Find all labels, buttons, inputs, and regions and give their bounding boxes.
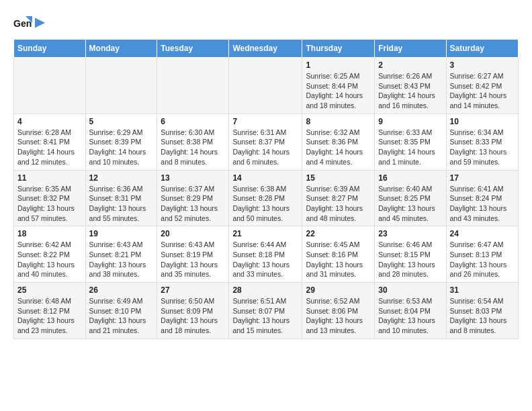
day-number: 17 [450,173,515,183]
logo-line1: ▶ [35,16,44,30]
day-info: Sunrise: 6:33 AMSunset: 8:35 PMDaylight:… [378,128,442,167]
week-row-3: 11Sunrise: 6:35 AMSunset: 8:32 PMDayligh… [14,170,519,226]
day-number: 21 [232,229,298,238]
day-cell: 24Sunrise: 6:47 AMSunset: 8:13 PMDayligh… [446,226,519,283]
column-header-friday: Friday [375,40,446,58]
day-cell: 1Sunrise: 6:25 AMSunset: 8:44 PMDaylight… [302,58,375,114]
logo-icon: Gen [13,13,32,32]
day-info: Sunrise: 6:46 AMSunset: 8:15 PMDaylight:… [378,240,442,279]
day-cell: 8Sunrise: 6:32 AMSunset: 8:36 PMDaylight… [302,113,375,170]
day-number: 5 [89,117,154,126]
day-number: 16 [378,173,442,183]
day-cell: 12Sunrise: 6:36 AMSunset: 8:31 PMDayligh… [85,170,157,226]
day-number: 25 [17,285,82,295]
day-info: Sunrise: 6:30 AMSunset: 8:38 PMDaylight:… [161,128,225,167]
day-info: Sunrise: 6:48 AMSunset: 8:12 PMDaylight:… [17,296,82,336]
day-cell [85,58,157,114]
day-number: 2 [378,60,442,70]
day-info: Sunrise: 6:51 AMSunset: 8:07 PMDaylight:… [232,296,298,336]
day-number: 7 [232,117,298,126]
day-info: Sunrise: 6:50 AMSunset: 8:09 PMDaylight:… [161,296,225,336]
day-info: Sunrise: 6:28 AMSunset: 8:41 PMDaylight:… [17,128,82,167]
calendar-table: SundayMondayTuesdayWednesdayThursdayFrid… [13,39,519,339]
day-number: 13 [161,173,225,183]
day-number: 18 [17,229,82,238]
day-number: 8 [306,117,371,126]
day-info: Sunrise: 6:47 AMSunset: 8:13 PMDaylight:… [450,240,515,279]
day-cell: 7Sunrise: 6:31 AMSunset: 8:37 PMDaylight… [229,113,302,170]
day-number: 6 [161,117,225,126]
day-info: Sunrise: 6:49 AMSunset: 8:10 PMDaylight:… [89,296,154,336]
day-info: Sunrise: 6:32 AMSunset: 8:36 PMDaylight:… [306,128,371,167]
day-cell: 27Sunrise: 6:50 AMSunset: 8:09 PMDayligh… [157,283,229,339]
day-cell: 14Sunrise: 6:38 AMSunset: 8:28 PMDayligh… [229,170,302,226]
day-info: Sunrise: 6:42 AMSunset: 8:22 PMDaylight:… [17,240,82,279]
day-cell: 11Sunrise: 6:35 AMSunset: 8:32 PMDayligh… [14,170,86,226]
day-info: Sunrise: 6:25 AMSunset: 8:44 PMDaylight:… [306,71,371,111]
day-number: 29 [306,285,371,295]
day-cell: 20Sunrise: 6:43 AMSunset: 8:19 PMDayligh… [157,226,229,283]
day-number: 10 [450,117,515,126]
week-row-2: 4Sunrise: 6:28 AMSunset: 8:41 PMDaylight… [14,113,519,170]
page-header: Gen ▶ [13,13,519,32]
day-number: 22 [306,229,371,238]
day-cell [157,58,229,114]
day-cell: 19Sunrise: 6:43 AMSunset: 8:21 PMDayligh… [85,226,157,283]
day-cell: 6Sunrise: 6:30 AMSunset: 8:38 PMDaylight… [157,113,229,170]
day-info: Sunrise: 6:26 AMSunset: 8:43 PMDaylight:… [378,71,442,111]
day-info: Sunrise: 6:27 AMSunset: 8:42 PMDaylight:… [450,71,515,111]
logo: Gen ▶ [13,13,44,32]
day-cell: 18Sunrise: 6:42 AMSunset: 8:22 PMDayligh… [14,226,86,283]
day-number: 4 [17,117,82,126]
day-cell: 9Sunrise: 6:33 AMSunset: 8:35 PMDaylight… [375,113,446,170]
calendar-header-row: SundayMondayTuesdayWednesdayThursdayFrid… [14,40,519,58]
day-cell: 13Sunrise: 6:37 AMSunset: 8:29 PMDayligh… [157,170,229,226]
column-header-monday: Monday [85,40,157,58]
day-cell [229,58,302,114]
column-header-thursday: Thursday [302,40,375,58]
day-info: Sunrise: 6:44 AMSunset: 8:18 PMDaylight:… [232,240,298,279]
day-cell: 17Sunrise: 6:41 AMSunset: 8:24 PMDayligh… [446,170,519,226]
day-cell: 29Sunrise: 6:52 AMSunset: 8:06 PMDayligh… [302,283,375,339]
day-number: 20 [161,229,225,238]
day-info: Sunrise: 6:37 AMSunset: 8:29 PMDaylight:… [161,184,225,224]
column-header-wednesday: Wednesday [229,40,302,58]
day-info: Sunrise: 6:40 AMSunset: 8:25 PMDaylight:… [378,184,442,224]
day-cell: 15Sunrise: 6:39 AMSunset: 8:27 PMDayligh… [302,170,375,226]
day-info: Sunrise: 6:31 AMSunset: 8:37 PMDaylight:… [232,128,298,167]
day-info: Sunrise: 6:43 AMSunset: 8:21 PMDaylight:… [89,240,154,279]
day-number: 26 [89,285,154,295]
svg-text:Gen: Gen [13,18,32,29]
day-cell: 4Sunrise: 6:28 AMSunset: 8:41 PMDaylight… [14,113,86,170]
column-header-saturday: Saturday [446,40,519,58]
week-row-1: 1Sunrise: 6:25 AMSunset: 8:44 PMDaylight… [14,58,519,114]
day-cell: 23Sunrise: 6:46 AMSunset: 8:15 PMDayligh… [375,226,446,283]
day-number: 3 [450,60,515,70]
day-info: Sunrise: 6:29 AMSunset: 8:39 PMDaylight:… [89,128,154,167]
day-cell: 3Sunrise: 6:27 AMSunset: 8:42 PMDaylight… [446,58,519,114]
day-cell: 30Sunrise: 6:53 AMSunset: 8:04 PMDayligh… [375,283,446,339]
day-number: 12 [89,173,154,183]
day-info: Sunrise: 6:39 AMSunset: 8:27 PMDaylight:… [306,184,371,224]
day-info: Sunrise: 6:36 AMSunset: 8:31 PMDaylight:… [89,184,154,224]
day-info: Sunrise: 6:35 AMSunset: 8:32 PMDaylight:… [17,184,82,224]
day-info: Sunrise: 6:53 AMSunset: 8:04 PMDaylight:… [378,296,442,336]
column-header-sunday: Sunday [14,40,86,58]
day-cell: 28Sunrise: 6:51 AMSunset: 8:07 PMDayligh… [229,283,302,339]
day-cell: 5Sunrise: 6:29 AMSunset: 8:39 PMDaylight… [85,113,157,170]
day-number: 11 [17,173,82,183]
day-number: 31 [450,285,515,295]
day-cell: 2Sunrise: 6:26 AMSunset: 8:43 PMDaylight… [375,58,446,114]
day-info: Sunrise: 6:34 AMSunset: 8:33 PMDaylight:… [450,128,515,167]
day-cell: 16Sunrise: 6:40 AMSunset: 8:25 PMDayligh… [375,170,446,226]
day-info: Sunrise: 6:38 AMSunset: 8:28 PMDaylight:… [232,184,298,224]
day-cell: 31Sunrise: 6:54 AMSunset: 8:03 PMDayligh… [446,283,519,339]
day-number: 30 [378,285,442,295]
day-cell: 25Sunrise: 6:48 AMSunset: 8:12 PMDayligh… [14,283,86,339]
column-header-tuesday: Tuesday [157,40,229,58]
day-number: 14 [232,173,298,183]
day-cell: 22Sunrise: 6:45 AMSunset: 8:16 PMDayligh… [302,226,375,283]
day-number: 27 [161,285,225,295]
day-number: 15 [306,173,371,183]
day-number: 23 [378,229,442,238]
